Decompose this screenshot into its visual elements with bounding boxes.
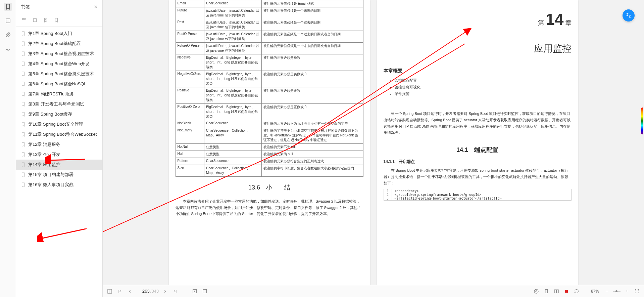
thumbnail-icon[interactable] (4, 17, 12, 25)
footer-toolbar: /343 87% − + (103, 285, 644, 297)
svg-rect-2 (24, 18, 26, 20)
table-row: NotNull任意类型被注解的元素不为 null (176, 144, 363, 151)
overview-item: 监控端点配置 (395, 77, 572, 84)
section-14-1-title: 14.1 端点配置 (384, 146, 572, 154)
overview-item: 邮件报警 (395, 91, 572, 97)
signature-icon[interactable] (4, 45, 12, 53)
table-row: NegativeBigDecimal、BigInteger、byte、short… (176, 54, 363, 71)
svg-point-11 (534, 289, 538, 293)
table-row: SizeCharSequence、Collection、Map、Array被注解… (176, 165, 363, 177)
collapse-all-icon[interactable] (32, 17, 38, 24)
bookmark-item[interactable]: 第3章 Spring Boot整合视图层技术 (16, 49, 102, 59)
rotate-icon[interactable] (573, 288, 580, 295)
page-left: EmailCharSequence被注解的元素值必须是 Email 格式Futu… (169, 0, 370, 285)
table-row: PastOrPresentjava.util.Date、java.util.Ca… (176, 31, 363, 43)
left-rail (0, 0, 16, 297)
jump-icon[interactable] (191, 288, 198, 295)
add-bookmark-icon[interactable] (42, 17, 49, 24)
two-page-icon[interactable] (553, 288, 560, 295)
svg-rect-15 (557, 290, 558, 293)
zoom-slider-icon[interactable] (613, 288, 621, 295)
zoom-out-icon[interactable]: − (603, 288, 610, 295)
table-row: EmailCharSequence被注解的元素值必须是 Email 格式 (176, 0, 363, 7)
bookmark-outline-icon[interactable] (53, 17, 60, 24)
overview-item: 监控信息可视化 (395, 84, 572, 91)
section-13-6-title: 13.6 小 结 (176, 183, 363, 192)
bookmark-item[interactable]: 第8章 开发者工具与单元测试 (16, 99, 102, 109)
table-row: Futurejava.util.Date、java.util.Calendar … (176, 7, 363, 19)
page-total: /343 (150, 289, 159, 294)
sidebar-title: 书签 (21, 4, 30, 10)
bookmark-item[interactable]: 第7章 构建RESTful服务 (16, 89, 102, 99)
zoom-level: 87% (591, 289, 599, 294)
subsection-14-1-1-title: 14.1.1 开启端点 (384, 159, 572, 165)
table-row: FutureOrPresentjava.util.Date、java.util.… (176, 43, 363, 54)
last-page-icon[interactable] (171, 288, 179, 295)
bookmark-item[interactable]: 第16章 微人事项目实战 (16, 180, 102, 190)
table-row: Null任意类型被注解的元素为 null (176, 151, 363, 158)
overview-list: 监控端点配置监控信息可视化邮件报警 (395, 77, 572, 97)
table-row: NotEmptyCharSequence、Collection、Map、Arra… (176, 127, 363, 144)
svg-point-12 (536, 291, 537, 292)
first-page-icon[interactable] (116, 288, 123, 295)
next-page-icon[interactable] (161, 288, 169, 295)
read-mode-icon[interactable] (533, 288, 540, 295)
bookmark-item[interactable]: 第6章 Spring Boot整合NoSQL (16, 79, 102, 89)
table-row: PositiveBigDecimal、BigInteger、byte、short… (176, 87, 363, 104)
jump-back-icon[interactable] (201, 288, 208, 295)
svg-rect-7 (108, 289, 112, 293)
svg-point-18 (615, 290, 617, 292)
chapter-title: 应用监控 (384, 42, 572, 58)
close-icon[interactable]: × (94, 3, 98, 10)
subsection-paragraph: 在 Spring Boot 中开启应用监控非常容易，只需要添加 spring-b… (384, 167, 572, 186)
bookmark-item[interactable]: 第14章 应用监控 (16, 160, 102, 170)
page-current-input[interactable] (136, 289, 150, 294)
attachment-icon[interactable] (4, 31, 12, 39)
code-block: 1<dependency>2 <groupId>org.springframew… (384, 189, 572, 201)
prev-page-icon[interactable] (126, 288, 134, 295)
bookmark-item[interactable]: 第2章 Spring Boot基础配置 (16, 39, 102, 49)
bookmark-item[interactable]: 第5章 Spring Boot整合持久层技术 (16, 69, 102, 79)
expand-all-icon[interactable] (21, 17, 28, 24)
main-viewer: EmailCharSequence被注解的元素值必须是 Email 格式Futu… (103, 0, 644, 297)
bookmark-item[interactable]: 第9章 Spring Boot缓存 (16, 109, 102, 119)
bookmark-icon[interactable] (4, 3, 12, 11)
page-right: 第 14 章 应用监控 本章概要 监控端点配置监控信息可视化邮件报警 当一个 S… (377, 0, 578, 285)
translate-float-button[interactable] (623, 9, 635, 22)
chapter-number: 第 14 章 (384, 10, 572, 29)
bookmark-item[interactable]: 第4章 Spring Boot整合Web开发 (16, 59, 102, 69)
svg-rect-3 (33, 18, 36, 22)
validation-table: EmailCharSequence被注解的元素值必须是 Email 格式Futu… (176, 0, 363, 177)
bookmark-item[interactable]: 第10章 Spring Boot安全管理 (16, 119, 102, 129)
zoom-in-icon[interactable]: + (623, 288, 631, 295)
svg-rect-1 (22, 18, 24, 20)
auto-scroll-icon[interactable] (563, 288, 570, 295)
bookmark-item[interactable]: 第1章 Spring Boot入门 (16, 29, 102, 39)
bookmark-item[interactable]: 第12章 消息服务 (16, 139, 102, 150)
bookmark-item[interactable]: 第11章 Spring Boot整合WebSocket (16, 129, 102, 139)
bookmark-sidebar: 书签 × 第1章 Spring Boot入门第2章 Spring Boot基础配… (16, 0, 103, 297)
svg-rect-14 (554, 290, 556, 293)
svg-rect-13 (545, 289, 548, 293)
fullscreen-icon[interactable] (633, 288, 641, 295)
table-row: PatternCharSequence被注解的元素必须符合指定的正则表达式 (176, 158, 363, 165)
table-row: NegativeOrZeroBigDecimal、BigInteger、byte… (176, 71, 363, 87)
color-strip[interactable] (641, 108, 643, 134)
svg-rect-10 (203, 289, 207, 293)
table-row: PositiveOrZeroBigDecimal、BigInteger、byte… (176, 104, 363, 120)
table-row: Pastjava.util.Date、java.util.Calendar 以及… (176, 19, 363, 31)
bookmark-list: 第1章 Spring Boot入门第2章 Spring Boot基础配置第3章 … (16, 27, 102, 297)
svg-rect-16 (565, 290, 568, 293)
table-row: NotBlankCharSequence被注解的元素必须不为 null 并且至少… (176, 120, 363, 127)
overview-label: 本章概要 (384, 68, 572, 74)
single-page-icon[interactable] (543, 288, 550, 295)
sidebar-toggle-icon[interactable] (106, 288, 113, 295)
page-indicator: /343 (136, 289, 159, 294)
section-summary: 本章向读者介绍了企业开发中一些常用的功能，如邮件发送、定时任务、批处理、Swag… (176, 198, 363, 217)
intro-paragraph: 当一个 Spring Boot 项目运行时，开发者需要对 Spring Boot… (384, 111, 572, 136)
bookmark-item[interactable]: 第15章 项目构建与部署 (16, 170, 102, 180)
svg-rect-0 (6, 19, 10, 23)
bookmark-item[interactable]: 第13章 企业开发 (16, 150, 102, 160)
